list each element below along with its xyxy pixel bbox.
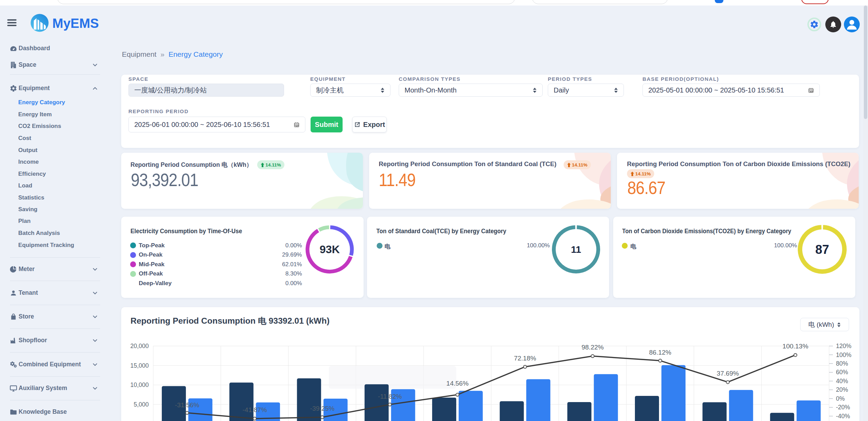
svg-text:15,000: 15,000 [130, 362, 149, 369]
svg-text:40%: 40% [836, 378, 848, 385]
svg-text:37.69%: 37.69% [717, 370, 739, 377]
svg-text:98.22%: 98.22% [582, 344, 604, 351]
svg-text:120%: 120% [836, 343, 851, 349]
svg-text:11: 11 [571, 244, 581, 255]
svg-text:14.56%: 14.56% [446, 380, 469, 387]
svg-text:60%: 60% [836, 369, 848, 376]
svg-text:-40%: -40% [836, 413, 850, 420]
svg-text:-41.87%: -41.87% [242, 406, 267, 413]
svg-text:80%: 80% [836, 360, 848, 367]
svg-text:10,000: 10,000 [130, 381, 149, 388]
svg-text:0%: 0% [836, 395, 845, 402]
svg-text:86.12%: 86.12% [649, 349, 671, 356]
svg-text:-11.82%: -11.82% [378, 393, 402, 400]
svg-text:100%: 100% [836, 352, 851, 358]
svg-text:-20%: -20% [836, 404, 850, 411]
svg-text:87: 87 [815, 242, 829, 257]
svg-text:5,000: 5,000 [134, 401, 149, 408]
svg-text:100.13%: 100.13% [783, 343, 808, 350]
svg-text:-39.25%: -39.25% [310, 405, 335, 412]
svg-text:93K: 93K [320, 243, 340, 256]
svg-text:20%: 20% [836, 386, 848, 393]
svg-text:20,000: 20,000 [130, 343, 149, 349]
svg-text:72.18%: 72.18% [514, 355, 536, 362]
svg-text:-31.56%: -31.56% [175, 401, 199, 409]
